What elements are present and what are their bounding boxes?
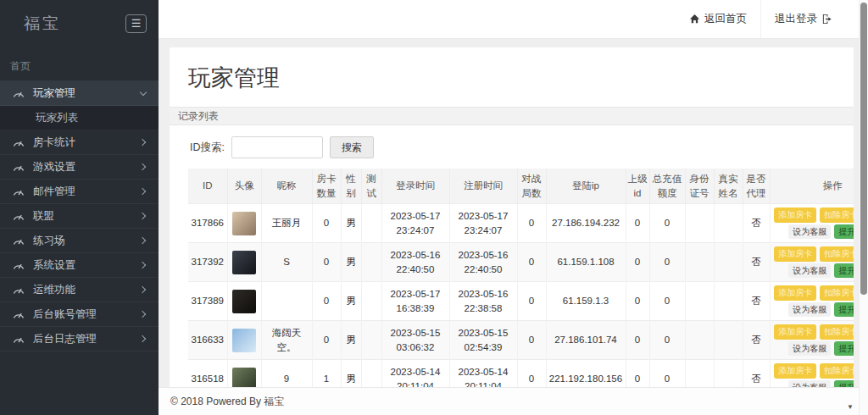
set-service-button[interactable]: 设为客服 — [788, 302, 831, 318]
cell-avatar — [227, 321, 261, 360]
gauge-icon — [12, 260, 25, 270]
sidebar-item-label: 游戏设置 — [33, 160, 75, 174]
col-header-register-time: 注册时间 — [449, 169, 517, 204]
cell-battles: 0 — [517, 360, 546, 387]
set-service-button[interactable]: 设为客服 — [788, 224, 831, 240]
add-roomcard-button[interactable]: 添加房卡 — [774, 246, 816, 262]
cell-recharge: 0 — [649, 204, 685, 243]
chevron-right-icon — [140, 139, 147, 146]
id-search-input[interactable] — [231, 136, 323, 158]
cell-real-name — [714, 243, 743, 282]
cell-register-time: 2023-05-16 22:38:58 — [449, 282, 517, 321]
deduct-roomcard-button[interactable]: 扣除房卡 — [820, 363, 854, 379]
cell-id: 317866 — [188, 204, 227, 243]
scrollbar-thumb[interactable] — [860, 3, 867, 295]
gauge-icon — [12, 186, 25, 196]
col-header-login-ip: 登陆ip — [546, 169, 626, 204]
cell-gender: 男 — [341, 321, 361, 360]
sidebar-item-admin-logs[interactable]: 后台日志管理 — [0, 327, 159, 351]
sidebar-item-label: 房卡统计 — [33, 136, 75, 150]
deduct-roomcard-button[interactable]: 扣除房卡 — [820, 246, 854, 262]
cell-login-ip: 27.186.101.74 — [546, 321, 626, 360]
sidebar-item-label: 运维功能 — [33, 283, 75, 297]
cell-recharge: 0 — [649, 360, 685, 387]
set-service-button[interactable]: 设为客服 — [788, 380, 831, 387]
cell-id-card — [685, 204, 714, 243]
cell-login-time: 2023-05-16 22:40:50 — [381, 243, 449, 282]
set-service-button[interactable]: 设为客服 — [788, 341, 831, 357]
sidebar-item-alliance[interactable]: 联盟 — [0, 204, 159, 229]
scroll-down-arrow-icon[interactable]: ▼ — [847, 403, 854, 411]
search-button[interactable]: 搜索 — [330, 136, 374, 158]
promote-agent-button[interactable]: 提升代理 — [834, 302, 854, 318]
col-header-login-time: 登录时间 — [381, 169, 449, 204]
chevron-right-icon — [140, 237, 147, 244]
logout-link[interactable]: 退出登录 — [760, 0, 846, 38]
cell-nickname: S — [261, 243, 312, 282]
sidebar-item-practice-field[interactable]: 练习场 — [0, 229, 159, 253]
sidebar-section-home[interactable]: 首页 — [0, 47, 159, 80]
sidebar-item-mail-manage[interactable]: 邮件管理 — [0, 180, 159, 204]
cell-roomcards: 0 — [312, 243, 341, 282]
add-roomcard-button[interactable]: 添加房卡 — [774, 324, 816, 340]
back-home-link[interactable]: 返回首页 — [676, 0, 760, 38]
add-roomcard-button[interactable]: 添加房卡 — [774, 208, 816, 223]
deduct-roomcard-button[interactable]: 扣除房卡 — [820, 285, 854, 301]
table-row: 317392 S 0 男 2023-05-16 22:40:50 2023-05… — [188, 243, 854, 282]
cell-actions: 添加房卡扣除房卡测试设为客服提升代理 — [770, 243, 854, 282]
add-roomcard-button[interactable]: 添加房卡 — [774, 285, 816, 301]
cell-gender: 男 — [341, 243, 361, 282]
cell-test — [361, 321, 381, 360]
col-header-roomcards: 房卡 数量 — [312, 169, 341, 204]
table-row: 317866 王丽月 0 男 2023-05-17 23:24:07 2023-… — [188, 204, 854, 243]
deduct-roomcard-button[interactable]: 扣除房卡 — [820, 208, 854, 223]
sidebar-item-admin-accounts[interactable]: 后台账号管理 — [0, 302, 159, 327]
cell-nickname: 海阔天空。 — [261, 321, 312, 360]
col-header-recharge: 总充值 额度 — [649, 169, 685, 204]
cell-real-name — [714, 282, 743, 321]
cell-battles: 0 — [517, 243, 546, 282]
cell-test — [361, 243, 381, 282]
cell-gender: 男 — [341, 360, 361, 387]
cell-avatar — [227, 243, 261, 282]
promote-agent-button[interactable]: 提升代理 — [834, 224, 854, 240]
cell-parent-id: 0 — [626, 321, 649, 360]
hamburger-menu-icon[interactable]: ☰ — [125, 14, 147, 33]
cell-battles: 0 — [517, 204, 546, 243]
sidebar-item-ops-functions[interactable]: 运维功能 — [0, 278, 159, 302]
cell-test — [361, 204, 381, 243]
deduct-roomcard-button[interactable]: 扣除房卡 — [820, 324, 854, 340]
page-title: 玩家管理 — [170, 47, 854, 107]
gauge-icon — [12, 88, 25, 98]
cell-recharge: 0 — [649, 282, 685, 321]
sidebar-subitem[interactable]: 玩家列表 — [0, 106, 159, 130]
vertical-scrollbar[interactable] — [859, 0, 868, 415]
cell-login-time: 2023-05-14 20:11:04 — [381, 360, 449, 387]
cell-avatar — [227, 204, 261, 243]
sidebar-item-roomcard-stats[interactable]: 房卡统计 — [0, 130, 159, 155]
gauge-icon — [12, 285, 25, 295]
sidebar-item-game-settings[interactable]: 游戏设置 — [0, 155, 159, 180]
logout-label: 退出登录 — [775, 12, 817, 26]
col-header-actions: 操作 — [770, 169, 854, 204]
sidebar-item-player-manage[interactable]: 玩家管理 — [0, 81, 159, 106]
gauge-icon — [12, 211, 25, 221]
sidebar-item-label: 后台账号管理 — [33, 307, 97, 322]
cell-nickname: 王丽月 — [261, 204, 312, 243]
chevron-right-icon — [140, 286, 147, 293]
sidebar-item-label: 联盟 — [33, 209, 54, 224]
player-table: ID 头像 昵称 房卡 数量 性 别 测 试 登录时间 注册时间 对战 局数 登… — [188, 169, 854, 387]
set-service-button[interactable]: 设为客服 — [788, 263, 831, 279]
sidebar-item-system-settings[interactable]: 系统设置 — [0, 253, 159, 278]
cell-parent-id: 0 — [626, 243, 649, 282]
cell-roomcards: 0 — [312, 282, 341, 321]
promote-agent-button[interactable]: 提升代理 — [834, 380, 854, 387]
gauge-icon — [12, 235, 25, 246]
add-roomcard-button[interactable]: 添加房卡 — [774, 363, 816, 379]
col-header-id-card: 身份 证号 — [685, 169, 714, 204]
promote-agent-button[interactable]: 提升代理 — [834, 341, 854, 357]
promote-agent-button[interactable]: 提升代理 — [834, 263, 854, 279]
sidebar-header: 福宝 ☰ — [0, 0, 159, 47]
avatar — [232, 212, 256, 235]
table-row: 317389 0 男 2023-05-17 16:38:39 2023-05-1… — [188, 282, 854, 321]
